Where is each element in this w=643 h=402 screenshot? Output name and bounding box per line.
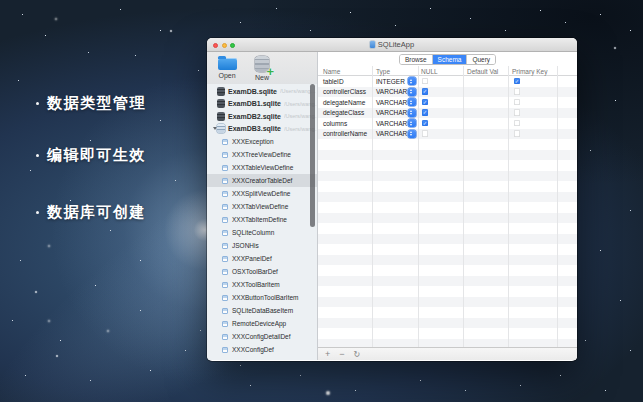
column-name-cell[interactable]: columns bbox=[323, 120, 347, 127]
schema-row: controllerNameVARCHAR bbox=[318, 129, 577, 140]
column-header-type: Type bbox=[376, 68, 390, 75]
sidebar-scrollbar[interactable] bbox=[310, 84, 315, 227]
tab-schema[interactable]: Schema bbox=[433, 55, 468, 64]
table-item-label: XXXTabItemDefine bbox=[232, 216, 287, 223]
table-icon bbox=[222, 217, 228, 223]
column-divider bbox=[557, 66, 558, 347]
sidebar-database-item[interactable]: ExamDB1.sqlite/Users/wang… bbox=[207, 98, 317, 111]
column-name-cell[interactable]: delegateName bbox=[323, 99, 365, 106]
sidebar-table-item[interactable]: XXXButtonToolBarItem bbox=[207, 291, 317, 304]
column-header-primary-key: Primary Key bbox=[512, 68, 547, 75]
remove-column-button[interactable]: − bbox=[339, 350, 344, 359]
sidebar-database-item[interactable]: ExamDB2.sqlite/Users/wang… bbox=[207, 110, 317, 123]
table-icon bbox=[222, 269, 228, 275]
column-name-cell[interactable]: controllerName bbox=[323, 130, 367, 137]
new-database-icon bbox=[255, 56, 269, 72]
column-type-cell: VARCHAR bbox=[376, 99, 407, 106]
bright-stars-layer bbox=[0, 0, 2, 2]
table-item-label: OSXToolBarDef bbox=[232, 268, 278, 275]
null-checkbox[interactable]: ✓ bbox=[422, 120, 429, 127]
app-window: SQLiteApp Open New ExamDB.sqlite/Users/w… bbox=[207, 38, 577, 361]
column-type-cell: VARCHAR bbox=[376, 88, 407, 95]
sidebar-table-item[interactable]: XXXTableViewDefine bbox=[207, 161, 317, 174]
primary-key-checkbox[interactable] bbox=[514, 109, 521, 116]
sidebar-table-item[interactable]: XXXTabViewDefine bbox=[207, 200, 317, 213]
table-item-label: RemoteDeviceApp bbox=[232, 320, 286, 327]
database-icon bbox=[217, 99, 225, 108]
table-icon bbox=[222, 308, 228, 314]
table-item-label: XXXCreatorTableDef bbox=[232, 177, 292, 184]
null-checkbox[interactable]: ✓ bbox=[422, 109, 429, 116]
sidebar-table-item[interactable]: XXXException bbox=[207, 135, 317, 148]
grid-header: NameTypeNULLDefault ValPrimary Key bbox=[318, 66, 577, 76]
schema-empty-row bbox=[318, 160, 577, 171]
primary-key-checkbox[interactable] bbox=[514, 130, 521, 137]
null-checkbox[interactable] bbox=[422, 78, 429, 85]
sidebar-table-item[interactable]: OSXToolBarDef bbox=[207, 265, 317, 278]
sidebar-table-item[interactable]: RemoteDeviceApp bbox=[207, 317, 317, 330]
schema-empty-row bbox=[318, 192, 577, 203]
null-checkbox[interactable]: ✓ bbox=[422, 99, 429, 106]
sidebar-table-item[interactable]: XXXConfigDetailDef bbox=[207, 330, 317, 343]
column-type-cell: VARCHAR bbox=[376, 109, 407, 116]
disclosure-triangle-icon[interactable] bbox=[213, 127, 217, 130]
table-icon bbox=[222, 152, 228, 158]
null-checkbox[interactable]: ✓ bbox=[422, 88, 429, 95]
schema-empty-row bbox=[318, 202, 577, 213]
schema-grid: NameTypeNULLDefault ValPrimary Key table… bbox=[318, 66, 577, 347]
column-divider bbox=[508, 66, 509, 347]
type-dropdown-button[interactable] bbox=[408, 109, 416, 117]
window-title: SQLiteApp bbox=[207, 38, 577, 50]
schema-empty-row bbox=[318, 255, 577, 266]
type-dropdown-button[interactable] bbox=[408, 77, 416, 85]
primary-key-checkbox[interactable] bbox=[514, 120, 521, 127]
sidebar-database-item[interactable]: ExamDB.sqlite/Users/wang… bbox=[207, 85, 317, 98]
primary-key-checkbox[interactable] bbox=[514, 99, 521, 106]
type-dropdown-button[interactable] bbox=[408, 98, 416, 106]
column-type-cell: VARCHAR bbox=[376, 130, 407, 137]
schema-empty-row bbox=[318, 171, 577, 182]
window-titlebar[interactable]: SQLiteApp bbox=[207, 38, 577, 52]
database-name: ExamDB.sqlite bbox=[228, 88, 277, 95]
null-checkbox[interactable] bbox=[422, 130, 429, 137]
open-button[interactable]: Open bbox=[214, 54, 240, 84]
sidebar-table-item[interactable]: XXXPanelDef bbox=[207, 252, 317, 265]
sidebar-database-item[interactable]: ExamDB3.sqlite/Users/wang… bbox=[207, 123, 317, 136]
sidebar-table-item[interactable]: XXXCreatorTableDef bbox=[207, 174, 317, 187]
type-dropdown-button[interactable] bbox=[408, 119, 416, 127]
table-item-label: XXXSplitViewDefine bbox=[232, 190, 290, 197]
sidebar-table-item[interactable]: XXXConfigDef bbox=[207, 343, 317, 356]
app-document-icon bbox=[370, 41, 375, 48]
column-name-cell[interactable]: tableID bbox=[323, 78, 344, 85]
schema-empty-row bbox=[318, 328, 577, 339]
primary-key-checkbox[interactable]: ✓ bbox=[514, 78, 521, 85]
sidebar-table-item[interactable]: JSONHis bbox=[207, 239, 317, 252]
open-label: Open bbox=[218, 72, 235, 79]
grid-body: tableIDINTEGER✓controllerClassVARCHAR✓de… bbox=[318, 76, 577, 347]
tab-query[interactable]: Query bbox=[467, 55, 495, 64]
new-button[interactable]: New bbox=[249, 54, 275, 84]
schema-row: columnsVARCHAR✓ bbox=[318, 118, 577, 129]
add-column-button[interactable]: + bbox=[325, 350, 330, 359]
sidebar-table-item[interactable]: XXXTreeViewDefine bbox=[207, 148, 317, 161]
type-dropdown-button[interactable] bbox=[408, 130, 416, 138]
table-icon bbox=[222, 139, 228, 145]
primary-key-checkbox[interactable] bbox=[514, 88, 521, 95]
sidebar-table-item[interactable]: XXXSplitViewDefine bbox=[207, 187, 317, 200]
schema-row: tableIDINTEGER✓ bbox=[318, 76, 577, 87]
view-segmented-control: BrowseSchemaQuery bbox=[399, 54, 496, 65]
sidebar-table-item[interactable]: XXXTabItemDefine bbox=[207, 213, 317, 226]
refresh-icon[interactable]: ↻ bbox=[354, 350, 361, 359]
column-name-cell[interactable]: controllerClass bbox=[323, 88, 366, 95]
sidebar-table-item[interactable]: XXXToolBarItem bbox=[207, 278, 317, 291]
table-item-label: XXXConfigDef bbox=[232, 346, 274, 353]
column-name-cell[interactable]: delegateClass bbox=[323, 109, 364, 116]
table-icon bbox=[222, 334, 228, 340]
tab-browse[interactable]: Browse bbox=[400, 55, 433, 64]
sidebar-table-item[interactable]: SQLiteColumn bbox=[207, 226, 317, 239]
database-name: ExamDB3.sqlite bbox=[228, 125, 281, 132]
type-dropdown-button[interactable] bbox=[408, 88, 416, 96]
sidebar-table-item[interactable]: SQLiteDataBaseItem bbox=[207, 304, 317, 317]
stars-layer bbox=[0, 0, 1, 1]
schema-empty-row bbox=[318, 150, 577, 161]
